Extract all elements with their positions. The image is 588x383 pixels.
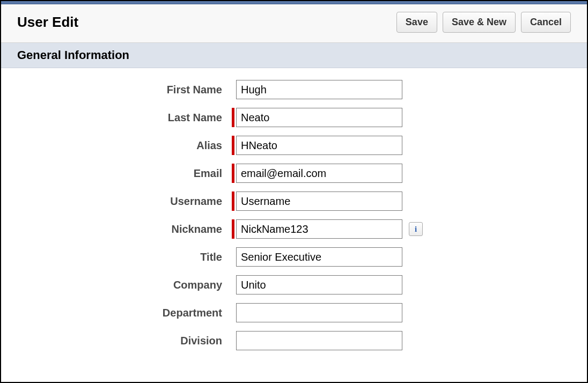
label-title: Title xyxy=(17,251,232,263)
row-nickname: Nickname i xyxy=(17,219,571,239)
save-and-new-button[interactable]: Save & New xyxy=(443,12,516,33)
input-alias[interactable] xyxy=(236,136,402,155)
label-alias: Alias xyxy=(17,139,232,152)
row-title: Title xyxy=(17,247,571,267)
input-last-name[interactable] xyxy=(236,108,402,127)
row-email: Email xyxy=(17,164,571,183)
label-last-name: Last Name xyxy=(17,112,232,124)
required-indicator-icon xyxy=(232,219,234,239)
row-department: Department xyxy=(17,303,571,322)
input-nickname[interactable] xyxy=(236,219,402,239)
row-alias: Alias xyxy=(17,136,571,155)
required-indicator-icon xyxy=(232,164,234,183)
input-first-name[interactable] xyxy=(236,80,402,99)
required-indicator-icon xyxy=(232,192,234,211)
required-indicator-icon xyxy=(232,136,234,155)
page-header: User Edit Save Save & New Cancel xyxy=(1,4,587,43)
page-title: User Edit xyxy=(17,14,78,31)
label-department: Department xyxy=(17,307,232,319)
label-first-name: First Name xyxy=(17,84,232,96)
header-button-row: Save Save & New Cancel xyxy=(396,12,571,33)
row-first-name: First Name xyxy=(17,80,571,99)
info-icon[interactable]: i xyxy=(409,222,423,236)
input-company[interactable] xyxy=(236,275,402,294)
label-email: Email xyxy=(17,167,232,180)
form-area: First Name Last Name Alias Email Usernam… xyxy=(1,68,587,350)
input-username[interactable] xyxy=(236,192,402,211)
label-company: Company xyxy=(17,279,232,291)
save-button[interactable]: Save xyxy=(396,12,437,33)
input-title[interactable] xyxy=(236,247,402,267)
section-header-general-information: General Information xyxy=(1,43,587,68)
input-email[interactable] xyxy=(236,164,402,183)
label-division: Division xyxy=(17,335,232,347)
input-division[interactable] xyxy=(236,331,402,350)
row-last-name: Last Name xyxy=(17,108,571,127)
row-username: Username xyxy=(17,192,571,211)
required-indicator-icon xyxy=(232,108,234,127)
row-division: Division xyxy=(17,331,571,350)
input-department[interactable] xyxy=(236,303,402,322)
cancel-button[interactable]: Cancel xyxy=(521,12,571,33)
row-company: Company xyxy=(17,275,571,294)
label-nickname: Nickname xyxy=(17,223,232,235)
label-username: Username xyxy=(17,195,232,208)
